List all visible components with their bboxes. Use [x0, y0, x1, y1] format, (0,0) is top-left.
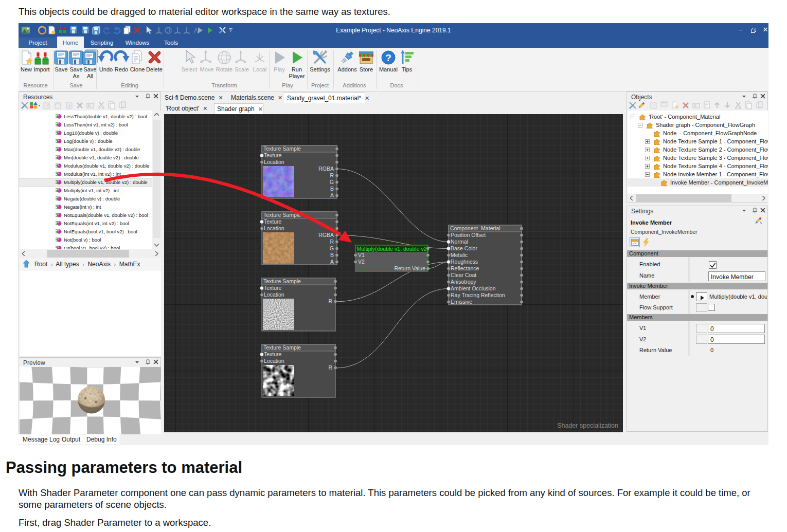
svg-text:Texture Sample: Texture Sample	[263, 278, 301, 284]
svg-text:Base Color: Base Color	[451, 245, 477, 251]
svg-text:Texture: Texture	[264, 152, 282, 158]
svg-text:Location: Location	[264, 358, 284, 364]
svg-text:R: R	[328, 364, 332, 371]
svg-text:Location: Location	[264, 291, 284, 298]
svg-text:R: R	[330, 172, 334, 178]
svg-text:Normal: Normal	[451, 239, 468, 245]
svg-text:Texture: Texture	[264, 285, 282, 291]
svg-text:V2: V2	[358, 259, 365, 265]
svg-text:Emissive: Emissive	[451, 299, 472, 305]
svg-text:Texture Sample: Texture Sample	[263, 212, 301, 218]
svg-text:Component_Material: Component_Material	[450, 225, 500, 231]
svg-text:Clear Coat: Clear Coat	[451, 272, 476, 278]
svg-text:Reflectance: Reflectance	[451, 265, 479, 271]
svg-text:Return Value: Return Value	[394, 265, 425, 271]
svg-text:RGBA: RGBA	[318, 166, 334, 172]
svg-text:Texture: Texture	[264, 351, 282, 357]
svg-text:A: A	[330, 192, 334, 198]
svg-text:Texture: Texture	[264, 218, 282, 225]
svg-text:R: R	[328, 298, 332, 304]
svg-text:G: G	[330, 179, 334, 185]
svg-text:A: A	[330, 259, 334, 265]
svg-text:Ambient Occlusion: Ambient Occlusion	[451, 285, 496, 291]
svg-text:Texture Sample: Texture Sample	[263, 344, 301, 351]
svg-text:Position Offset: Position Offset	[451, 232, 486, 238]
svg-text:Location: Location	[264, 159, 284, 165]
svg-text:?: ?	[385, 52, 391, 63]
svg-text:R: R	[330, 239, 334, 245]
svg-text:G: G	[330, 245, 334, 251]
svg-text:RGBA: RGBA	[318, 232, 334, 238]
svg-text:Metalic: Metalic	[451, 252, 468, 258]
svg-text:Roughness: Roughness	[451, 259, 478, 265]
svg-text:B: B	[330, 186, 334, 192]
svg-text:Location: Location	[264, 225, 284, 231]
svg-text:Anisotropy: Anisotropy	[451, 279, 476, 285]
svg-text:V1: V1	[358, 252, 365, 258]
svg-text:B: B	[330, 252, 334, 258]
svg-text:Ray Tracing Reflection: Ray Tracing Reflection	[451, 292, 505, 298]
svg-text:Shader specialization: Shader specialization	[557, 422, 618, 429]
svg-text:Multiply(double v1, double v2): Multiply(double v1, double v2)	[357, 246, 429, 252]
svg-text:Texture Sample: Texture Sample	[263, 145, 301, 152]
